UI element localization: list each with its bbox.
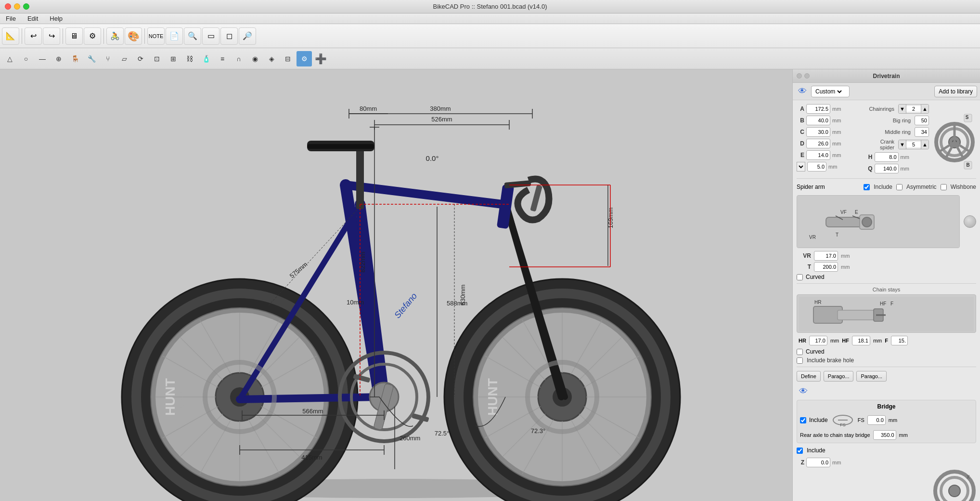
tool-light[interactable]: ◈ bbox=[264, 51, 279, 66]
panel-dot-2[interactable] bbox=[804, 73, 810, 79]
crankspider-stepper[interactable]: ▼ ▲ bbox=[898, 140, 929, 149]
custom-dropdown[interactable]: Custom bbox=[811, 86, 850, 97]
vr-input[interactable] bbox=[814, 251, 838, 261]
tool-brake[interactable]: ⊡ bbox=[149, 51, 165, 66]
tool-chain[interactable]: ⛓ bbox=[182, 51, 197, 66]
param-row-Z: Z mm bbox=[797, 458, 976, 467]
add-to-library-button[interactable]: Add to library bbox=[934, 86, 977, 97]
tool-fender[interactable]: ∩ bbox=[231, 51, 246, 66]
asymmetric-checkbox[interactable] bbox=[896, 184, 903, 190]
toolbar-color[interactable]: 🎨 bbox=[125, 27, 142, 45]
toolbar-measure[interactable]: 📐 bbox=[2, 27, 19, 45]
brake-hole-checkbox[interactable] bbox=[797, 357, 803, 364]
rear-axle-bridge-input[interactable] bbox=[873, 430, 896, 440]
toolbar-undo[interactable]: ↩ bbox=[25, 27, 42, 45]
crankspider-value[interactable] bbox=[906, 142, 921, 147]
rear-axle-bridge-row: Rear axle to chain stay bridge mm bbox=[800, 430, 973, 440]
param-input-H[interactable] bbox=[875, 152, 899, 162]
tool-rack[interactable]: ≡ bbox=[215, 51, 230, 66]
curved-checkbox-2[interactable] bbox=[797, 349, 803, 355]
panel-dot-1[interactable] bbox=[797, 73, 802, 79]
param-input-D[interactable] bbox=[806, 139, 830, 148]
minimize-button[interactable] bbox=[14, 3, 20, 10]
curved-checkbox-1[interactable] bbox=[797, 274, 803, 280]
chainrings-increment[interactable]: ▲ bbox=[921, 104, 928, 114]
bigring-input[interactable] bbox=[915, 116, 929, 125]
f2-input[interactable] bbox=[891, 336, 908, 345]
divider-2 bbox=[797, 283, 976, 284]
tool-frame[interactable]: ▱ bbox=[116, 51, 132, 66]
preset-select[interactable]: Custom bbox=[813, 88, 843, 95]
middlering-input[interactable] bbox=[915, 127, 929, 137]
param-input-Q[interactable] bbox=[875, 164, 899, 173]
menu-help[interactable]: Help bbox=[48, 14, 64, 23]
menu-edit[interactable]: Edit bbox=[26, 14, 40, 23]
paragon-button-1[interactable]: Parago... bbox=[824, 371, 854, 382]
tool-derailleur[interactable]: ⊞ bbox=[166, 51, 181, 66]
tool-fork[interactable]: ⑂ bbox=[100, 51, 116, 66]
chainrings-value[interactable]: 2 bbox=[906, 106, 921, 112]
param-F-select[interactable]: F bbox=[797, 162, 805, 171]
param-label-A: A bbox=[797, 105, 804, 112]
define-button[interactable]: Define bbox=[797, 371, 821, 382]
eye-icon[interactable]: 👁 bbox=[796, 85, 809, 98]
vr-unit: mm bbox=[841, 253, 850, 259]
chainring-preview-svg: S S B B bbox=[934, 108, 975, 171]
bridge-include-checkbox[interactable] bbox=[800, 417, 806, 423]
close-button[interactable] bbox=[5, 3, 11, 10]
hr-input[interactable] bbox=[809, 336, 827, 345]
tool-crank[interactable]: ⟳ bbox=[133, 51, 148, 66]
chainrings-decrement[interactable]: ▼ bbox=[899, 104, 906, 114]
tool-seat[interactable]: 🪑 bbox=[67, 51, 83, 66]
toolbar-rect[interactable]: ▭ bbox=[202, 27, 219, 45]
crankspider-decrement[interactable]: ▼ bbox=[899, 140, 906, 149]
toolbar-zoom-out[interactable]: 🔎 bbox=[239, 27, 256, 45]
panel-scroll-area[interactable]: A mm B mm C mm bbox=[793, 100, 980, 501]
tool-line[interactable]: — bbox=[35, 51, 50, 66]
second-eye-row: 👁 bbox=[797, 384, 976, 398]
vr-row: VR mm bbox=[797, 251, 976, 261]
param-row-Q: Q mm bbox=[865, 164, 929, 173]
menu-file[interactable]: File bbox=[4, 14, 18, 23]
param-input-Z[interactable] bbox=[806, 458, 830, 467]
bridge-mini-diagram: FS bbox=[831, 413, 855, 427]
toolbar-redo[interactable]: ↪ bbox=[43, 27, 60, 45]
toolbar-view[interactable]: 🖥 bbox=[65, 27, 83, 45]
bigring-row: Big ring bbox=[865, 116, 929, 125]
panel-title: Drivetrain bbox=[873, 73, 900, 79]
fs-input[interactable] bbox=[867, 415, 886, 425]
crankspider-increment[interactable]: ▲ bbox=[921, 140, 928, 149]
tool-kick[interactable]: ⊟ bbox=[280, 51, 296, 66]
param-input-C[interactable] bbox=[806, 127, 830, 137]
param-input-B[interactable] bbox=[806, 116, 830, 125]
tool-bag[interactable]: ◉ bbox=[247, 51, 263, 66]
include-bottom-checkbox[interactable] bbox=[797, 448, 803, 454]
canvas-area[interactable]: HUNT 575mm bbox=[0, 69, 792, 501]
tool-add[interactable]: ➕ bbox=[313, 51, 328, 66]
hf-input[interactable] bbox=[852, 336, 870, 345]
maximize-button[interactable] bbox=[23, 3, 29, 10]
tool-bottle[interactable]: 🧴 bbox=[198, 51, 214, 66]
chainrings-stepper[interactable]: ▼ 2 ▲ bbox=[898, 104, 929, 114]
param-input-F[interactable] bbox=[807, 162, 826, 171]
tool-drivetrain[interactable]: ⚙ bbox=[297, 51, 312, 66]
toolbar-rider[interactable]: 🚴 bbox=[106, 27, 124, 45]
tool-handle[interactable]: 🔧 bbox=[84, 51, 99, 66]
toolbar-note[interactable]: NOTE bbox=[147, 27, 165, 45]
toolbar-shape[interactable]: ◻ bbox=[220, 27, 238, 45]
bridge-include-label: Include bbox=[809, 417, 828, 423]
wishbone-checkbox[interactable] bbox=[941, 184, 947, 190]
param-input-E[interactable] bbox=[806, 150, 830, 160]
dim-globe[interactable] bbox=[964, 215, 976, 228]
paragon-button-2[interactable]: Parago... bbox=[856, 371, 887, 382]
eye-icon-2[interactable]: 👁 bbox=[797, 384, 810, 398]
toolbar-zoom[interactable]: 🔍 bbox=[184, 27, 201, 45]
tool-wheel[interactable]: ○ bbox=[18, 51, 34, 66]
include-checkbox[interactable] bbox=[864, 184, 870, 190]
t-input[interactable] bbox=[814, 262, 838, 272]
tool-adjust[interactable]: ⊕ bbox=[51, 51, 66, 66]
toolbar-export[interactable]: 📄 bbox=[166, 27, 183, 45]
param-input-A[interactable] bbox=[806, 104, 830, 114]
toolbar-settings[interactable]: ⚙ bbox=[84, 27, 101, 45]
tool-triangle[interactable]: △ bbox=[2, 51, 17, 66]
